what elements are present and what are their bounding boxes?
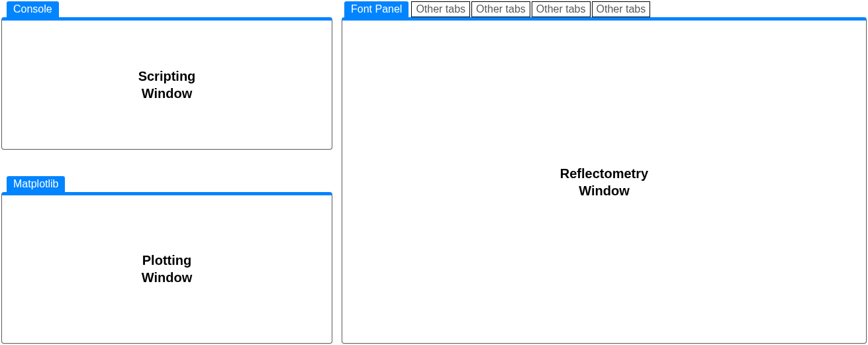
reflectometry-window-title: Reflectometry Window: [560, 165, 648, 199]
tab-matplotlib[interactable]: Matplotlib: [7, 176, 65, 192]
reflectometry-panel: Font Panel Other tabs Other tabs Other t…: [342, 1, 867, 344]
scripting-tabs-row: Console: [1, 1, 332, 17]
scripting-window-title: Scripting Window: [138, 68, 196, 102]
tab-other-3[interactable]: Other tabs: [532, 1, 591, 17]
reflectometry-tabs-row: Font Panel Other tabs Other tabs Other t…: [342, 1, 867, 17]
plotting-tabs-row: Matplotlib: [1, 176, 332, 192]
tab-other-2[interactable]: Other tabs: [471, 1, 530, 17]
plotting-window-title: Plotting Window: [142, 252, 192, 286]
scripting-panel: Console Scripting Window: [1, 1, 332, 170]
plotting-panel: Matplotlib Plotting Window: [1, 176, 332, 344]
tab-font-panel[interactable]: Font Panel: [344, 1, 409, 17]
left-column: Console Scripting Window Matplotlib Plot…: [1, 1, 332, 344]
layout-container: Console Scripting Window Matplotlib Plot…: [0, 0, 868, 345]
scripting-window-body: Scripting Window: [1, 17, 332, 150]
right-column: Font Panel Other tabs Other tabs Other t…: [342, 1, 867, 344]
tab-other-1[interactable]: Other tabs: [411, 1, 470, 17]
tab-other-4[interactable]: Other tabs: [592, 1, 651, 17]
reflectometry-window-body: Reflectometry Window: [342, 17, 867, 344]
plotting-window-body: Plotting Window: [1, 192, 332, 344]
tab-console[interactable]: Console: [7, 1, 59, 17]
